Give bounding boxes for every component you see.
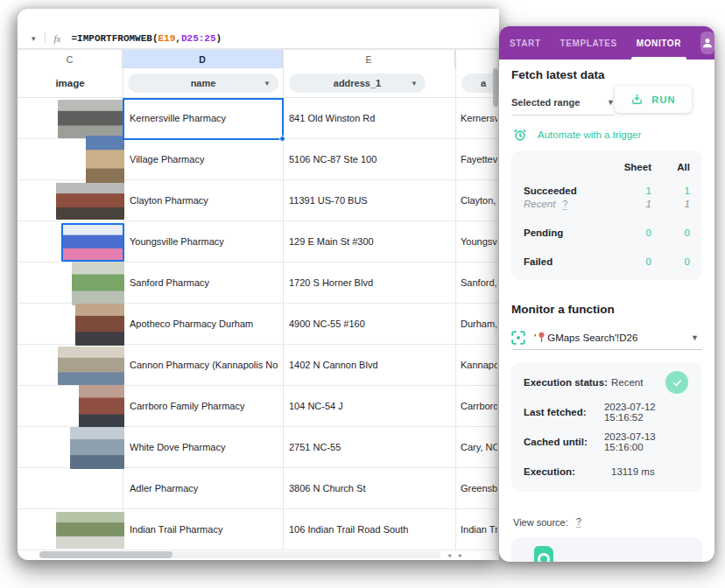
cell-city[interactable]: Sanford, <box>461 262 497 304</box>
address-filter-chip[interactable]: address_1 ▼ <box>289 74 426 93</box>
detail-row: Cached until:2023-07-13 15:16:00 <box>524 427 690 457</box>
cell-city[interactable]: Greensb <box>461 468 497 509</box>
cell-city[interactable]: Indian Tr <box>461 509 497 550</box>
detail-row: Execution status:Recent <box>524 368 690 397</box>
name-filter-chip[interactable]: name ▼ <box>128 74 278 93</box>
cell-address[interactable]: 11391 US-70 BUS <box>289 180 452 221</box>
help-icon[interactable]: ? <box>562 199 567 210</box>
cell-address[interactable]: 2751 NC-55 <box>289 427 452 468</box>
column-header-d[interactable]: D <box>123 49 283 68</box>
v-scrollbar-thumb[interactable] <box>493 68 498 107</box>
column-header-c[interactable]: C <box>18 49 123 68</box>
cell-address[interactable]: 106 Indian Trail Road South <box>289 509 452 550</box>
tab-templates[interactable]: TEMPLATES <box>560 26 617 60</box>
spreadsheet-window: ▾ fx =IMPORTFROMWEB(E19,D25:25) CDE imag… <box>18 9 499 560</box>
cell-name[interactable]: Carrboro Family Pharmacy <box>130 386 278 427</box>
cell-name[interactable]: Sanford Pharmacy <box>130 262 278 304</box>
chevron-down-icon: ▼ <box>691 333 699 342</box>
detail-label: Execution status: <box>524 377 611 388</box>
cell-name[interactable]: Clayton Pharmacy <box>130 180 278 221</box>
cell-name[interactable]: White Dove Pharmacy <box>130 427 278 468</box>
cell-city[interactable]: Fayettev <box>461 139 497 180</box>
execution-details-card: Execution status:RecentLast fetched:2023… <box>511 362 702 492</box>
cell-city[interactable]: Clayton, <box>461 180 497 221</box>
trigger-link[interactable]: Automate with a trigger <box>513 128 641 142</box>
scroll-left-icon[interactable]: ◂ <box>447 551 451 559</box>
cell-city[interactable]: Carrboro <box>461 386 497 427</box>
stats-header-row: SheetAll <box>524 162 690 172</box>
tab-monitor[interactable]: MONITOR <box>637 26 681 60</box>
detail-value: 2023-07-13 15:16:00 <box>604 431 690 452</box>
column-headers: CDE <box>18 49 499 68</box>
cell-name[interactable]: Adler Pharmacy <box>130 468 278 509</box>
cell-name[interactable]: Village Pharmacy <box>130 139 278 180</box>
row-thumbnail[interactable] <box>56 512 124 549</box>
column-header-e[interactable]: E <box>283 49 455 68</box>
cell-address[interactable]: 5106 NC-87 Ste 100 <box>289 139 452 180</box>
row-thumbnail[interactable] <box>61 223 124 262</box>
stat-label: Succeeded <box>524 186 602 196</box>
h-scrollbar-thumb[interactable] <box>39 551 172 558</box>
detail-row: Execution:13119 ms <box>524 457 690 486</box>
divider <box>45 32 46 44</box>
row-thumbnail[interactable] <box>72 262 124 305</box>
cell-city[interactable]: Kannapo <box>461 345 497 386</box>
row-thumbnail[interactable] <box>58 346 124 385</box>
run-button[interactable]: RUN <box>615 86 692 113</box>
cell-address[interactable]: 129 E Main St #300 <box>289 221 452 262</box>
selected-cell-outline[interactable] <box>123 98 284 140</box>
stat-all-value: 1 <box>651 186 690 196</box>
cell-name[interactable]: Indian Trail Pharmacy <box>130 509 278 550</box>
cell-name[interactable]: Cannon Pharmacy (Kannapolis North) <box>130 345 278 386</box>
avatar-button[interactable] <box>700 32 714 54</box>
tray-download-icon <box>630 93 644 106</box>
stat-all-value: 0 <box>651 256 690 267</box>
pin-icon <box>538 332 546 343</box>
cell-address[interactable]: 841 Old Winston Rd <box>289 98 452 139</box>
row-thumbnail[interactable] <box>58 100 124 138</box>
row-thumbnail[interactable] <box>79 385 124 429</box>
help-icon[interactable]: ? <box>576 516 581 528</box>
table-row: Adler Pharmacy3806 N Church StGreensb <box>18 468 499 509</box>
row-thumbnail[interactable] <box>56 183 124 220</box>
stat-all-value: 1 <box>651 199 690 209</box>
cell-city[interactable]: Youngsvi <box>461 221 497 262</box>
column-header-next[interactable] <box>455 49 499 68</box>
row-thumbnail[interactable] <box>75 304 124 346</box>
detail-value: 2023-07-12 15:16:52 <box>604 402 690 423</box>
stat-sheet-value: 0 <box>602 228 651 238</box>
table-row: Clayton Pharmacy11391 US-70 BUSClayton, <box>18 180 499 221</box>
cell-name[interactable]: Youngsville Pharmacy <box>130 221 278 262</box>
function-select[interactable]: ' GMaps Search'!D26 ▼ <box>511 326 702 350</box>
detail-label: Cached until: <box>524 437 604 447</box>
row-thumbnail[interactable] <box>70 427 124 469</box>
cell-address[interactable]: 1402 N Cannon Blvd <box>289 345 452 386</box>
fill-handle[interactable] <box>279 136 285 142</box>
source-tag-icon <box>534 546 553 562</box>
filter-header-row: image name ▼ address_1 ▼ a <box>18 68 499 98</box>
chevron-down-icon: ▼ <box>607 98 615 107</box>
check-icon <box>672 377 683 388</box>
cell-address[interactable]: 1720 S Horner Blvd <box>289 262 452 304</box>
tab-start[interactable]: START <box>510 26 541 60</box>
name-box-caret-icon[interactable]: ▾ <box>32 34 36 43</box>
cell-address[interactable]: 3806 N Church St <box>289 468 452 509</box>
addon-panel: STARTTEMPLATESMONITOR Fetch latest data … <box>499 26 714 562</box>
detail-label: Last fetched: <box>524 407 604 417</box>
stats-col-sheet: Sheet <box>602 162 651 172</box>
cell-name[interactable]: Apotheco Pharmacy Durham <box>130 304 278 345</box>
cell-city[interactable]: Durham, <box>461 304 497 345</box>
cell-city[interactable]: Kernersv <box>461 98 497 139</box>
range-select[interactable]: Selected range ▼ <box>511 89 615 116</box>
stats-col-all: All <box>651 162 690 172</box>
cell-city[interactable]: Cary, NC <box>461 427 497 468</box>
formula-text[interactable]: =IMPORTFROMWEB(E19,D25:25) <box>71 33 222 44</box>
alarm-clock-icon <box>513 128 527 142</box>
formula-bar[interactable]: ▾ fx =IMPORTFROMWEB(E19,D25:25) <box>18 28 499 49</box>
chevron-down-icon: ▼ <box>411 80 418 88</box>
cell-address[interactable]: 4900 NC-55 #160 <box>289 304 452 345</box>
scroll-right-icon[interactable]: ▸ <box>459 551 462 559</box>
cell-address[interactable]: 104 NC-54 J <box>289 386 452 427</box>
row-thumbnail[interactable] <box>86 136 124 185</box>
view-source: View source: ? <box>513 516 581 528</box>
